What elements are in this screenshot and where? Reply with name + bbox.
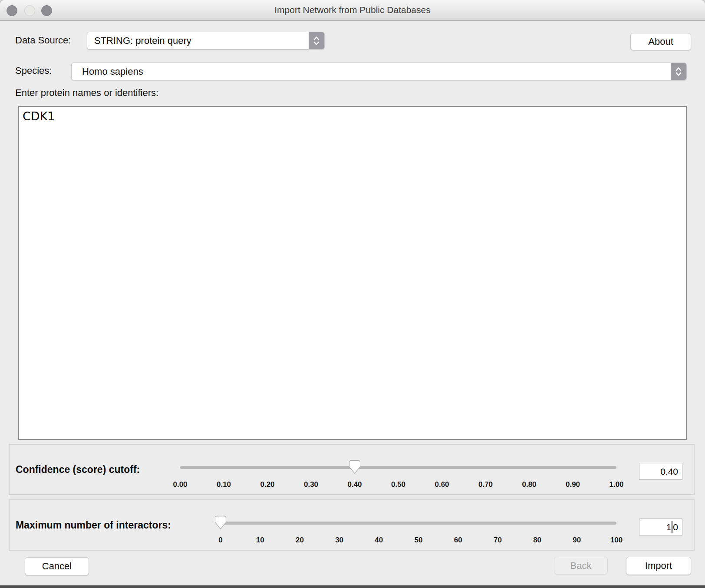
confidence-value: 0.40 (660, 466, 678, 477)
chevron-up-down-icon[interactable] (671, 63, 686, 80)
tick-label: 0.60 (435, 480, 449, 489)
protein-entry-label: Enter protein names or identifiers: (15, 87, 158, 99)
tick-label: 0.90 (566, 480, 580, 489)
tick-label: 10 (256, 536, 264, 545)
import-button[interactable]: Import (626, 557, 691, 575)
confidence-slider[interactable] (180, 466, 616, 469)
tick-label: 0.30 (304, 480, 318, 489)
interactors-slider-track[interactable] (221, 522, 616, 525)
title-bar: Import Network from Public Databases (0, 0, 705, 21)
interactors-slider[interactable] (221, 522, 616, 525)
chevron-up-down-icon[interactable] (309, 32, 324, 49)
tick-label: 0.40 (347, 480, 362, 489)
back-button[interactable]: Back (554, 557, 608, 575)
tick-label: 0.20 (260, 480, 274, 489)
species-value: Homo sapiens (72, 63, 671, 80)
species-select[interactable]: Homo sapiens (71, 63, 687, 80)
tick-label: 1.00 (609, 480, 623, 489)
tick-label: 90 (573, 536, 581, 545)
species-label: Species: (15, 65, 52, 76)
about-button[interactable]: About (630, 33, 691, 50)
tick-label: 0.80 (522, 480, 536, 489)
tick-label: 0.70 (478, 480, 493, 489)
tick-label: 50 (415, 536, 423, 545)
tick-label: 0 (218, 536, 222, 545)
interactors-value-before-caret: 1 (666, 522, 672, 532)
confidence-label: Confidence (score) cutoff: (16, 464, 140, 476)
cancel-button[interactable]: Cancel (25, 557, 89, 575)
tick-label: 60 (454, 536, 462, 545)
tick-label: 0.10 (217, 480, 231, 489)
interactors-slider-thumb[interactable] (215, 515, 227, 530)
tick-label: 40 (375, 536, 383, 545)
text-caret (672, 521, 672, 533)
window-title: Import Network from Public Databases (0, 5, 705, 15)
interactors-value-after-caret: 0 (673, 522, 678, 532)
interactors-value-field[interactable]: 1 0 (639, 519, 682, 535)
data-source-value: STRING: protein query (87, 32, 309, 49)
interactors-tick-labels: 0102030405060708090100 (221, 536, 616, 545)
import-network-dialog: Import Network from Public Databases Dat… (0, 0, 705, 588)
confidence-slider-thumb[interactable] (349, 460, 361, 474)
tick-label: 80 (533, 536, 541, 545)
confidence-slider-track[interactable] (180, 466, 616, 469)
tick-label: 100 (610, 536, 623, 545)
protein-names-input[interactable]: CDK1 (18, 106, 687, 440)
data-source-label: Data Source: (15, 35, 71, 46)
tick-label: 0.50 (391, 480, 405, 489)
confidence-value-field[interactable]: 0.40 (639, 463, 682, 480)
tick-label: 0.00 (173, 480, 187, 489)
confidence-tick-labels: 0.000.100.200.300.400.500.600.700.800.90… (180, 480, 616, 490)
tick-label: 70 (494, 536, 502, 545)
data-source-select[interactable]: STRING: protein query (87, 32, 325, 50)
tick-label: 30 (335, 536, 343, 545)
interactors-label: Maximum number of interactors: (16, 519, 171, 531)
tick-label: 20 (296, 536, 304, 545)
window-bottom-edge (0, 585, 705, 588)
